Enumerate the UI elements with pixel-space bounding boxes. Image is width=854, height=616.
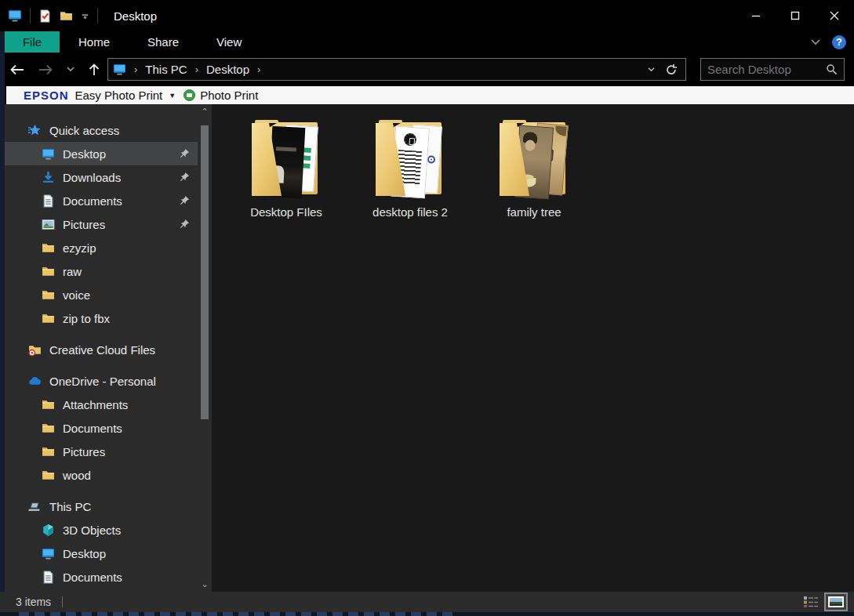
thumbnail-view-button[interactable] <box>824 592 848 611</box>
qat-separator <box>30 8 31 24</box>
folder-icon <box>42 469 55 482</box>
sidebar-item-quick-access[interactable]: Quick access <box>5 118 198 142</box>
scrollbar-thumb[interactable] <box>201 125 209 419</box>
search-icon[interactable] <box>826 63 838 75</box>
sidebar-item-documents[interactable]: Documents <box>5 189 198 212</box>
navigation-bar: › This PC › Desktop › <box>0 53 854 86</box>
pin-icon <box>180 195 190 205</box>
address-dropdown-chevron-icon[interactable] <box>647 67 656 73</box>
window-title: Desktop <box>114 9 157 23</box>
breadcrumb-chevron-icon: › <box>134 63 137 75</box>
photo-print-icon <box>184 89 195 101</box>
sidebar-item-wood[interactable]: wood <box>5 463 198 487</box>
up-button[interactable] <box>88 63 100 77</box>
desktop-background-strip <box>0 612 854 616</box>
app-window-icon <box>8 9 22 23</box>
folder-icon <box>42 422 55 435</box>
sidebar-item-creative-cloud-files[interactable]: Creative Cloud Files <box>5 338 198 361</box>
sidebar-item-raw[interactable]: raw <box>5 259 198 283</box>
recent-locations-chevron-icon[interactable] <box>66 66 75 73</box>
status-divider <box>62 596 63 607</box>
folder-name: Desktop FIles <box>250 205 322 219</box>
new-folder-qat-icon[interactable] <box>60 9 73 23</box>
navigation-pane: Quick access Desktop Downloads Documents… <box>5 104 198 592</box>
monitor-icon <box>42 147 55 161</box>
sidebar-item-pictures[interactable]: Pictures <box>5 212 198 236</box>
sidebar-item-zip-to-fbx[interactable]: zip to fbx <box>5 306 198 330</box>
quick-access-toolbar: Desktop <box>0 8 157 24</box>
sidebar-item-this-pc[interactable]: This PC <box>5 495 198 518</box>
refresh-icon[interactable] <box>665 63 678 76</box>
quick-access-star-icon <box>28 124 42 137</box>
forward-button[interactable] <box>38 63 53 76</box>
sidebar-item-onedrive-documents[interactable]: Documents <box>5 416 198 440</box>
minimize-button[interactable] <box>736 0 776 31</box>
qat-customize-chevron-icon[interactable] <box>81 12 89 20</box>
laptop-icon <box>28 500 42 513</box>
folder-icon <box>42 241 55 255</box>
scroll-down-icon[interactable]: ⌄ <box>198 578 212 590</box>
pin-icon <box>180 172 190 182</box>
photo-print-button[interactable]: Photo Print <box>200 89 258 102</box>
pin-icon <box>180 219 190 229</box>
creative-cloud-folder-icon <box>28 343 42 357</box>
sidebar-item-voice[interactable]: voice <box>5 283 198 306</box>
folder-icon <box>42 398 55 411</box>
properties-qat-icon[interactable] <box>38 9 52 23</box>
tab-file[interactable]: File <box>5 31 60 53</box>
address-bar[interactable]: › This PC › Desktop › <box>107 58 686 81</box>
folder-icon <box>42 288 55 302</box>
location-monitor-icon <box>113 63 126 76</box>
folder-preview-icon <box>495 116 573 201</box>
breadcrumb-desktop[interactable]: Desktop <box>206 63 249 76</box>
epson-dropdown-caret-icon[interactable]: ▼ <box>169 92 176 100</box>
epson-brand-logo: EPSON <box>24 89 69 102</box>
details-view-button[interactable] <box>802 595 819 609</box>
status-bar: 3 items <box>0 592 854 612</box>
folder-icon <box>42 445 55 458</box>
document-icon <box>42 571 55 584</box>
qat-separator <box>97 8 98 24</box>
picture-icon <box>42 218 55 231</box>
tab-home[interactable]: Home <box>60 31 129 53</box>
folder-item-desktop-files[interactable]: Desktop FIles <box>227 116 345 219</box>
document-icon <box>42 194 55 208</box>
ribbon-tab-bar: File Home Share View ? <box>0 31 854 53</box>
sidebar-scrollbar[interactable]: ⌃ ⌄ <box>198 104 212 592</box>
sidebar-item-thispc-desktop[interactable]: Desktop <box>5 542 198 565</box>
maximize-button[interactable] <box>776 0 815 31</box>
sidebar-item-3d-objects[interactable]: 3D Objects <box>5 518 198 542</box>
close-button[interactable] <box>815 0 854 31</box>
search-input[interactable] <box>707 63 826 76</box>
breadcrumb-chevron-icon: › <box>195 63 198 75</box>
folder-item-desktop-files-2[interactable]: desktop files 2 <box>351 116 469 219</box>
sidebar-item-attachments[interactable]: Attachments <box>5 393 198 416</box>
sidebar-item-thispc-documents[interactable]: Documents <box>5 565 198 589</box>
onedrive-cloud-icon <box>28 375 42 388</box>
folder-item-family-tree[interactable]: family tree <box>475 116 593 219</box>
title-bar: Desktop <box>0 0 854 31</box>
back-button[interactable] <box>9 63 25 76</box>
tab-view[interactable]: View <box>198 31 260 53</box>
minimize-ribbon-chevron-icon[interactable] <box>810 38 821 46</box>
sidebar-item-ezyzip[interactable]: ezyzip <box>5 236 198 259</box>
folder-icon <box>42 312 55 325</box>
monitor-icon <box>42 547 55 560</box>
scroll-up-icon[interactable]: ⌃ <box>198 106 212 118</box>
folder-name: family tree <box>507 205 561 219</box>
3d-cube-icon <box>42 524 55 537</box>
sidebar-item-onedrive-personal[interactable]: OneDrive - Personal <box>5 369 198 393</box>
sidebar-item-onedrive-pictures[interactable]: Pictures <box>5 440 198 463</box>
thumbnail-view-icon <box>828 596 844 607</box>
sidebar-item-downloads[interactable]: Downloads <box>5 165 198 189</box>
sidebar-item-desktop[interactable]: Desktop <box>5 142 198 165</box>
search-box[interactable] <box>700 58 845 81</box>
folder-preview-icon <box>247 116 325 201</box>
tab-share[interactable]: Share <box>129 31 198 53</box>
file-list-pane[interactable]: Desktop FIles desktop files 2 family tre… <box>212 104 854 592</box>
epson-toolbar: EPSON Easy Photo Print ▼ Photo Print <box>6 86 854 104</box>
help-icon[interactable]: ? <box>832 35 846 49</box>
breadcrumb-this-pc[interactable]: This PC <box>145 63 187 76</box>
pin-icon <box>180 148 190 158</box>
epson-app-name: Easy Photo Print <box>75 89 163 102</box>
